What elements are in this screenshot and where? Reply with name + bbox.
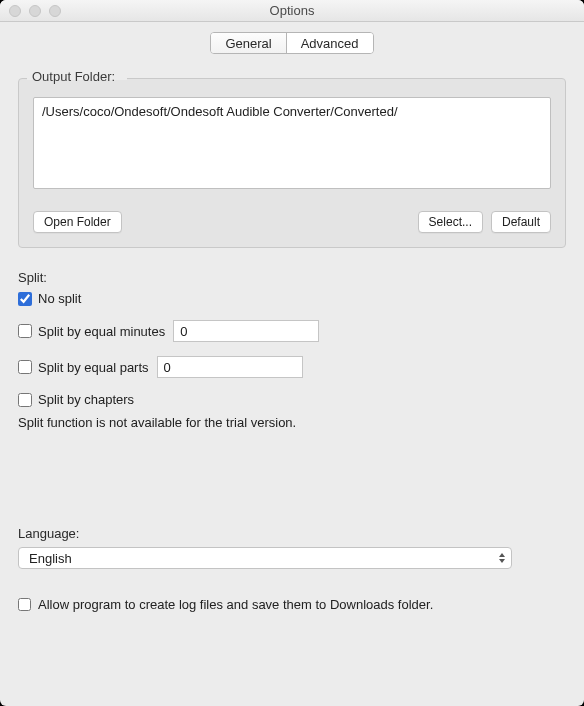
open-folder-button[interactable]: Open Folder [33,211,122,233]
language-value: English [29,551,72,566]
language-select[interactable]: English [18,547,512,569]
split-parts-input[interactable] [157,356,303,378]
default-folder-button[interactable]: Default [491,211,551,233]
split-trial-note: Split function is not available for the … [18,415,566,430]
no-split-checkbox[interactable] [18,292,32,306]
window-title: Options [0,3,584,18]
log-label: Allow program to create log files and sa… [38,597,433,612]
split-minutes-input[interactable] [173,320,319,342]
minimize-icon[interactable] [29,5,41,17]
output-folder-path[interactable]: /Users/coco/Ondesoft/Ondesoft Audible Co… [33,97,551,189]
no-split-label: No split [38,291,81,306]
zoom-icon[interactable] [49,5,61,17]
split-parts-label: Split by equal parts [38,360,149,375]
language-label: Language: [18,526,566,541]
titlebar: Options [0,0,584,22]
language-section: Language: English [18,526,566,569]
select-folder-button[interactable]: Select... [418,211,483,233]
tab-segmented-control: General Advanced [210,32,373,54]
options-window: Options General Advanced Output Folder: … [0,0,584,706]
split-minutes-checkbox[interactable] [18,324,32,338]
tab-bar: General Advanced [0,32,584,54]
no-split-row: No split [18,291,566,306]
split-minutes-label: Split by equal minutes [38,324,165,339]
output-folder-group: Output Folder: /Users/coco/Ondesoft/Onde… [18,78,566,248]
log-row: Allow program to create log files and sa… [18,597,566,612]
tab-general[interactable]: General [211,33,285,53]
output-folder-label: Output Folder: [29,69,118,84]
content-area: Output Folder: /Users/coco/Ondesoft/Onde… [0,54,584,630]
split-minutes-row: Split by equal minutes [18,320,566,342]
window-controls[interactable] [9,5,61,17]
split-chapters-checkbox[interactable] [18,393,32,407]
split-chapters-label: Split by chapters [38,392,134,407]
split-section-label: Split: [18,270,566,285]
tab-advanced[interactable]: Advanced [286,33,373,53]
select-stepper-icon [495,550,509,566]
split-parts-checkbox[interactable] [18,360,32,374]
split-chapters-row: Split by chapters [18,392,566,407]
log-checkbox[interactable] [18,598,31,611]
close-icon[interactable] [9,5,21,17]
split-parts-row: Split by equal parts [18,356,566,378]
